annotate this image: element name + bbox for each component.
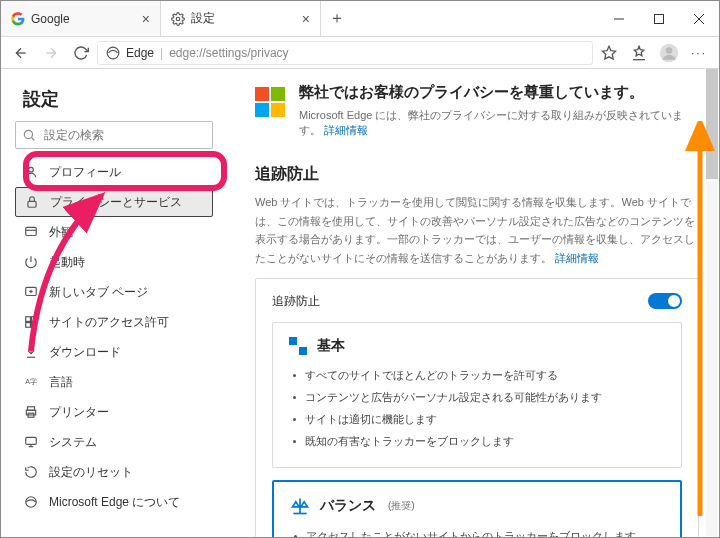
sidebar-item-label: プリンター bbox=[49, 404, 109, 421]
sidebar-item-printer[interactable]: プリンター bbox=[15, 397, 213, 427]
sidebar-item-edge[interactable]: Microsoft Edge について bbox=[15, 487, 213, 517]
settings-search-input[interactable] bbox=[42, 127, 206, 143]
scrollbar-thumb[interactable] bbox=[706, 69, 718, 179]
sidebar-item-power[interactable]: 起動時 bbox=[15, 247, 213, 277]
tracking-desc-link[interactable]: 詳細情報 bbox=[555, 252, 599, 264]
svg-rect-28 bbox=[26, 437, 37, 444]
settings-search[interactable] bbox=[15, 121, 213, 149]
title-bar: Google × 設定 × ＋ bbox=[1, 1, 719, 37]
settings-sidebar: 設定 プロフィールプライバシーとサービス外観起動時新しいタブ ページサイトのアク… bbox=[1, 69, 227, 537]
new-tab-button[interactable]: ＋ bbox=[321, 1, 353, 36]
close-icon[interactable]: × bbox=[302, 11, 310, 27]
sidebar-item-label: 設定のリセット bbox=[49, 464, 133, 481]
hero-sub: Microsoft Edge には、弊社のプライバシーに対する取り組みが反映され… bbox=[299, 108, 699, 138]
close-icon[interactable]: × bbox=[142, 11, 150, 27]
bullet: コンテンツと広告がパーソナル設定される可能性があります bbox=[293, 387, 665, 409]
sidebar-item-label: 起動時 bbox=[49, 254, 85, 271]
sidebar-item-appearance[interactable]: 外観 bbox=[15, 217, 213, 247]
google-icon bbox=[11, 12, 25, 26]
system-icon bbox=[23, 435, 39, 449]
back-button[interactable] bbox=[7, 39, 35, 67]
svg-rect-20 bbox=[26, 317, 31, 322]
reset-icon bbox=[23, 465, 39, 479]
svg-point-10 bbox=[24, 130, 32, 138]
balance-icon bbox=[290, 496, 310, 516]
sidebar-list: プロフィールプライバシーとサービス外観起動時新しいタブ ページサイトのアクセス許… bbox=[15, 157, 213, 517]
forward-button[interactable] bbox=[37, 39, 65, 67]
address-field[interactable]: Edge | edge://settings/privacy bbox=[97, 41, 593, 65]
tab-settings[interactable]: 設定 × bbox=[161, 1, 321, 36]
card-title: バランス bbox=[320, 497, 376, 515]
address-bar: Edge | edge://settings/privacy ··· bbox=[1, 37, 719, 69]
bullet: アクセスしたことがないサイトからのトラッカーをブロックします bbox=[294, 526, 664, 537]
tracking-desc: Web サイトでは、トラッカーを使用して閲覧に関する情報を収集します。Web サ… bbox=[255, 193, 699, 268]
gear-icon bbox=[171, 12, 185, 26]
svg-point-12 bbox=[29, 167, 34, 172]
sidebar-item-lock[interactable]: プライバシーとサービス bbox=[15, 187, 213, 217]
microsoft-logo-icon bbox=[255, 87, 285, 117]
card-bullets: すべてのサイトでほとんどのトラッカーを許可するコンテンツと広告がパーソナル設定さ… bbox=[289, 365, 665, 453]
tracking-card-basic[interactable]: 基本 すべてのサイトでほとんどのトラッカーを許可するコンテンツと広告がパーソナル… bbox=[272, 322, 682, 468]
language-icon: A字 bbox=[23, 375, 39, 389]
tracking-panel: 追跡防止 基本 すべてのサイトでほとんどのトラッカーを許可するコンテンツと広告が… bbox=[255, 278, 699, 537]
card-bullets: アクセスしたことがないサイトからのトラッカーをブロックしますコンテンツと広告はほ… bbox=[290, 526, 664, 537]
sidebar-item-language[interactable]: A字言語 bbox=[15, 367, 213, 397]
sidebar-title: 設定 bbox=[23, 87, 205, 111]
sidebar-item-download[interactable]: ダウンロード bbox=[15, 337, 213, 367]
printer-icon bbox=[23, 405, 39, 419]
person-icon bbox=[23, 165, 39, 179]
card-subtitle: (推奨) bbox=[388, 499, 415, 513]
profile-button[interactable] bbox=[655, 39, 683, 67]
settings-main[interactable]: 弊社ではお客様のプライバシーを尊重しています。 Microsoft Edge に… bbox=[227, 69, 719, 537]
favorite-button[interactable] bbox=[595, 39, 623, 67]
sidebar-item-reset[interactable]: 設定のリセット bbox=[15, 457, 213, 487]
favorites-bar-button[interactable] bbox=[625, 39, 653, 67]
sidebar-item-system[interactable]: システム bbox=[15, 427, 213, 457]
tracking-toggle[interactable] bbox=[648, 293, 682, 309]
svg-rect-21 bbox=[32, 317, 37, 322]
tracking-card-balance[interactable]: バランス (推奨) アクセスしたことがないサイトからのトラッカーをブロックします… bbox=[272, 480, 682, 537]
power-icon bbox=[23, 255, 39, 269]
tab-label: Google bbox=[31, 12, 136, 26]
sidebar-item-label: プライバシーとサービス bbox=[50, 194, 182, 211]
url-text: edge://settings/privacy bbox=[169, 46, 288, 60]
tab-google[interactable]: Google × bbox=[1, 1, 161, 36]
sidebar-item-label: Microsoft Edge について bbox=[49, 494, 180, 511]
sidebar-item-label: 新しいタブ ページ bbox=[49, 284, 148, 301]
svg-point-0 bbox=[176, 17, 180, 21]
tracking-toggle-label: 追跡防止 bbox=[272, 293, 320, 310]
svg-rect-14 bbox=[26, 227, 37, 235]
privacy-hero: 弊社ではお客様のプライバシーを尊重しています。 Microsoft Edge に… bbox=[255, 83, 699, 138]
svg-rect-23 bbox=[32, 323, 37, 328]
sidebar-item-person[interactable]: プロフィール bbox=[15, 157, 213, 187]
browser-tabs: Google × 設定 × bbox=[1, 1, 321, 36]
download-icon bbox=[23, 345, 39, 359]
hero-heading: 弊社ではお客様のプライバシーを尊重しています。 bbox=[299, 83, 699, 102]
appearance-icon bbox=[23, 225, 39, 239]
search-icon bbox=[22, 128, 36, 142]
sidebar-item-label: プロフィール bbox=[49, 164, 121, 181]
card-title: 基本 bbox=[317, 337, 345, 355]
refresh-button[interactable] bbox=[67, 39, 95, 67]
svg-text:A字: A字 bbox=[25, 378, 37, 385]
more-button[interactable]: ··· bbox=[685, 39, 713, 67]
hero-link[interactable]: 詳細情報 bbox=[324, 124, 368, 136]
sidebar-item-newtab[interactable]: 新しいタブ ページ bbox=[15, 277, 213, 307]
bullet: すべてのサイトでほとんどのトラッカーを許可する bbox=[293, 365, 665, 387]
bullet: サイトは適切に機能します bbox=[293, 409, 665, 431]
vertical-scrollbar[interactable] bbox=[706, 69, 718, 536]
maximize-button[interactable] bbox=[639, 1, 679, 36]
edge-icon bbox=[23, 495, 39, 509]
close-window-button[interactable] bbox=[679, 1, 719, 36]
minimize-button[interactable] bbox=[599, 1, 639, 36]
svg-rect-13 bbox=[28, 201, 36, 207]
content: 設定 プロフィールプライバシーとサービス外観起動時新しいタブ ページサイトのアク… bbox=[1, 69, 719, 537]
sidebar-item-label: 言語 bbox=[49, 374, 73, 391]
basic-icon bbox=[289, 337, 307, 355]
svg-point-9 bbox=[666, 47, 673, 54]
sidebar-item-permissions[interactable]: サイトのアクセス許可 bbox=[15, 307, 213, 337]
svg-line-11 bbox=[31, 137, 34, 140]
sidebar-item-label: システム bbox=[49, 434, 97, 451]
svg-point-31 bbox=[26, 497, 37, 508]
lock-icon bbox=[24, 195, 40, 209]
